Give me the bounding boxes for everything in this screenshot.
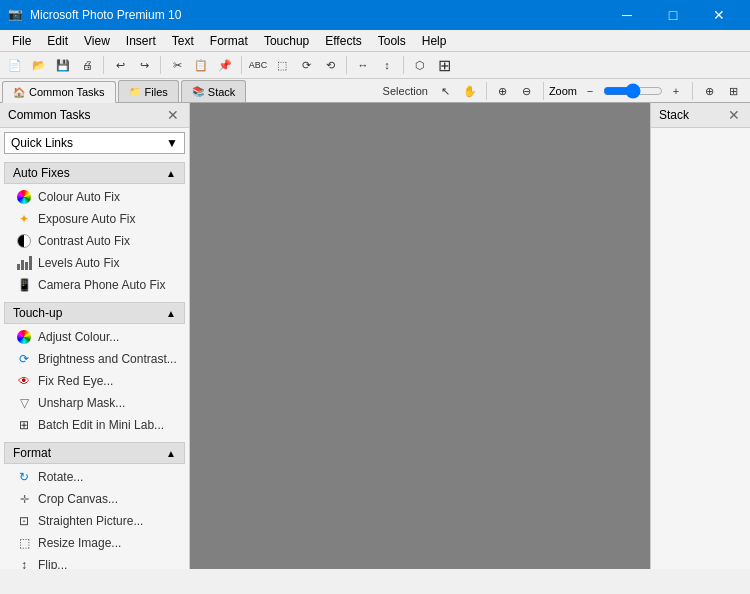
section-format-label: Format [13,446,51,460]
camera-fix-icon: 📱 [16,277,32,293]
quick-links-label: Quick Links [11,136,73,150]
toolbar-open[interactable]: 📂 [28,54,50,76]
menu-bar: File Edit View Insert Text Format Touchu… [0,30,750,52]
flip-icon: ↕ [16,557,32,569]
toolbar-copy[interactable]: 📋 [190,54,212,76]
title-bar: 📷 Microsoft Photo Premium 10 ─ □ ✕ [0,0,750,30]
tab-files-label: Files [145,86,168,98]
separator-4 [346,56,347,74]
item-camera-phone-auto-fix[interactable]: 📱 Camera Phone Auto Fix [4,274,185,296]
crop-canvas-label: Crop Canvas... [38,492,118,506]
straighten-icon: ⊡ [16,513,32,529]
zoom-slider[interactable] [603,84,663,98]
item-resize[interactable]: ⬚ Resize Image... [4,532,185,554]
stack-tab-icon: 📚 [192,86,204,97]
toolbar-redo[interactable]: ↪ [133,54,155,76]
item-straighten[interactable]: ⊡ Straighten Picture... [4,510,185,532]
panel-content: Quick Links ▼ Auto Fixes ▲ Colour Auto F… [0,128,189,569]
toolbar-row1: 📄 📂 💾 🖨 ↩ ↪ ✂ 📋 📌 ABC ⬚ ⟳ ⟲ ↔ ↕ ⬡ ⊞ [0,52,750,78]
maximize-button[interactable]: □ [650,0,696,30]
canvas-area [190,103,650,569]
exposure-auto-fix-label: Exposure Auto Fix [38,212,135,226]
menu-edit[interactable]: Edit [39,30,76,52]
item-fix-red-eye[interactable]: 👁 Fix Red Eye... [4,370,185,392]
item-batch-edit[interactable]: ⊞ Batch Edit in Mini Lab... [4,414,185,436]
quick-links-arrow: ▼ [166,136,178,150]
menu-help[interactable]: Help [414,30,455,52]
toolbar-nav-right[interactable]: ⊞ [433,54,455,76]
panel-close-btn[interactable]: ✕ [165,107,181,123]
toolbar-undo[interactable]: ↩ [109,54,131,76]
zoom-minus[interactable]: − [579,80,601,102]
menu-effects[interactable]: Effects [317,30,369,52]
item-unsharp-mask[interactable]: ▽ Unsharp Mask... [4,392,185,414]
menu-tools[interactable]: Tools [370,30,414,52]
app-icon: 📷 [8,7,24,23]
menu-file[interactable]: File [4,30,39,52]
move-tool[interactable]: ⊕ [698,80,720,102]
colour-fix-icon [16,189,32,205]
item-exposure-auto-fix[interactable]: ✦ Exposure Auto Fix [4,208,185,230]
toolbar-cut[interactable]: ✂ [166,54,188,76]
tab-common-tasks-label: Common Tasks [29,86,105,98]
item-adjust-colour[interactable]: Adjust Colour... [4,326,185,348]
zoom-in-btn[interactable]: ⊕ [492,80,514,102]
unsharp-icon: ▽ [16,395,32,411]
toolbar-btn-a[interactable]: ABC [247,54,269,76]
tab-common-tasks[interactable]: 🏠 Common Tasks [2,81,116,103]
minimize-button[interactable]: ─ [604,0,650,30]
toolbar-btn-g[interactable]: ⬡ [409,54,431,76]
menu-insert[interactable]: Insert [118,30,164,52]
menu-view[interactable]: View [76,30,118,52]
levels-auto-fix-label: Levels Auto Fix [38,256,119,270]
item-contrast-auto-fix[interactable]: Contrast Auto Fix [4,230,185,252]
contrast-fix-icon [16,233,32,249]
toolbar-btn-d[interactable]: ⟲ [319,54,341,76]
item-flip[interactable]: ↕ Flip... [4,554,185,569]
toolbar-btn-f[interactable]: ↕ [376,54,398,76]
colour-auto-fix-label: Colour Auto Fix [38,190,120,204]
tab-stack[interactable]: 📚 Stack [181,80,247,102]
close-button[interactable]: ✕ [696,0,742,30]
toolbar-btn-c[interactable]: ⟳ [295,54,317,76]
panel-header: Common Tasks ✕ [0,103,189,128]
selection-tool[interactable]: Selection [378,80,433,102]
files-tab-icon: 📁 [129,86,141,97]
hand-tool[interactable]: ✋ [459,80,481,102]
rotate-label: Rotate... [38,470,83,484]
item-colour-auto-fix[interactable]: Colour Auto Fix [4,186,185,208]
item-levels-auto-fix[interactable]: Levels Auto Fix [4,252,185,274]
stack-title: Stack [659,108,689,122]
item-brightness-contrast[interactable]: ⟳ Brightness and Contrast... [4,348,185,370]
toolbar-save[interactable]: 💾 [52,54,74,76]
toolbar-new[interactable]: 📄 [4,54,26,76]
toolbar-btn-e[interactable]: ↔ [352,54,374,76]
arrow-tool[interactable]: ↖ [435,80,457,102]
menu-text[interactable]: Text [164,30,202,52]
section-touchup-label: Touch-up [13,306,62,320]
quick-links-dropdown[interactable]: Quick Links ▼ [4,132,185,154]
zoom-label: Zoom [549,85,577,97]
stack-panel-header: Stack ✕ [651,103,750,128]
section-format[interactable]: Format ▲ [4,442,185,464]
zoom-out-btn[interactable]: ⊖ [516,80,538,102]
item-crop-canvas[interactable]: ✛ Crop Canvas... [4,488,185,510]
toolbar-print[interactable]: 🖨 [76,54,98,76]
menu-touchup[interactable]: Touchup [256,30,317,52]
item-rotate[interactable]: ↻ Rotate... [4,466,185,488]
sep-tools3 [692,82,693,100]
extra-tool[interactable]: ⊞ [722,80,744,102]
main-toolbar: 📄 📂 💾 🖨 ↩ ↪ ✂ 📋 📌 ABC ⬚ ⟳ ⟲ ↔ ↕ ⬡ ⊞ [0,52,750,79]
camera-phone-auto-fix-label: Camera Phone Auto Fix [38,278,165,292]
adjust-colour-label: Adjust Colour... [38,330,119,344]
adjust-colour-icon [16,329,32,345]
section-touchup[interactable]: Touch-up ▲ [4,302,185,324]
menu-format[interactable]: Format [202,30,256,52]
stack-close-btn[interactable]: ✕ [726,107,742,123]
rotate-icon: ↻ [16,469,32,485]
toolbar-btn-b[interactable]: ⬚ [271,54,293,76]
section-auto-fixes[interactable]: Auto Fixes ▲ [4,162,185,184]
zoom-plus[interactable]: + [665,80,687,102]
toolbar-paste[interactable]: 📌 [214,54,236,76]
tab-files[interactable]: 📁 Files [118,80,179,102]
